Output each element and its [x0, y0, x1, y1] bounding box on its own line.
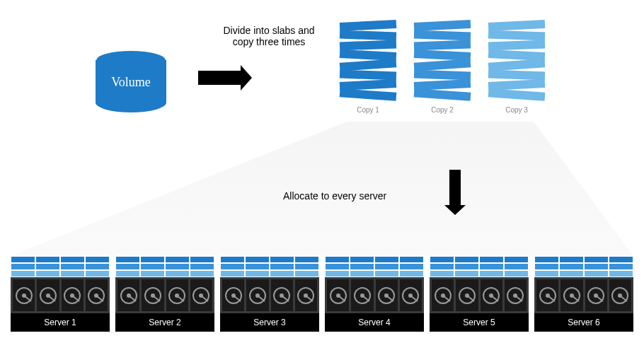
tiny-slab — [35, 256, 60, 263]
tiny-slab — [609, 263, 633, 270]
drive-icon — [86, 279, 108, 311]
tiny-slab — [85, 263, 110, 270]
server-label: Server 5 — [430, 313, 529, 332]
tiny-slab — [190, 270, 214, 277]
svg-line-8 — [48, 296, 55, 301]
slab-stack: Copy 3 — [488, 21, 545, 114]
tiny-slab — [270, 256, 294, 263]
server: Server 5 — [430, 256, 529, 332]
slab-row — [534, 256, 633, 263]
tiny-slab — [115, 270, 140, 277]
drive-icon — [536, 279, 558, 311]
tiny-slab — [35, 270, 60, 277]
tiny-slab — [60, 270, 85, 277]
tiny-slab — [350, 256, 374, 263]
slab — [488, 30, 545, 41]
drive-icon — [505, 279, 527, 311]
tiny-slab — [165, 256, 190, 263]
tiny-slab — [559, 263, 584, 270]
slab — [488, 70, 545, 81]
drive-icon — [166, 279, 188, 311]
svg-line-65 — [548, 296, 555, 301]
tiny-slab — [11, 263, 35, 270]
tiny-slab — [504, 270, 529, 277]
drive-icon — [117, 279, 139, 311]
tiny-slab — [374, 270, 399, 277]
arrow-divide — [198, 71, 241, 85]
drive-icon — [327, 279, 349, 311]
slab — [414, 30, 471, 41]
tiny-slab — [325, 270, 350, 277]
server: Server 2 — [115, 256, 214, 332]
slab-row — [11, 263, 110, 270]
drive-icon — [481, 279, 502, 311]
arrow-allocate — [449, 170, 461, 205]
drives-row — [325, 277, 424, 313]
server-slabs — [220, 256, 319, 277]
slab — [340, 70, 396, 81]
drive-icon — [295, 279, 317, 311]
drive-icon — [246, 279, 268, 311]
slab-row — [220, 263, 319, 270]
drive-icon — [376, 279, 398, 311]
drive-icon — [222, 279, 244, 311]
tiny-slab — [60, 256, 85, 263]
svg-line-17 — [129, 296, 136, 301]
tiny-slab — [220, 256, 245, 263]
tiny-slab — [220, 270, 245, 277]
slab-row — [11, 270, 110, 277]
server-label: Server 1 — [11, 313, 110, 332]
svg-line-62 — [515, 296, 522, 301]
tiny-slab — [270, 270, 294, 277]
tiny-slab — [294, 256, 319, 263]
copy-label: Copy 2 — [431, 106, 454, 114]
tiny-slab — [430, 263, 454, 270]
tiny-slab — [140, 263, 165, 270]
tiny-slab — [35, 263, 60, 270]
drive-icon — [142, 279, 163, 311]
svg-line-68 — [572, 296, 579, 301]
tiny-slab — [140, 256, 165, 263]
tiny-slab — [399, 256, 424, 263]
slab — [414, 40, 471, 51]
tiny-slab — [559, 256, 584, 263]
svg-line-38 — [306, 296, 313, 301]
tiny-slab — [60, 263, 85, 270]
svg-line-26 — [201, 296, 208, 301]
drive-icon — [13, 279, 35, 311]
tiny-slab — [504, 256, 529, 263]
slab — [414, 70, 471, 81]
slab — [488, 20, 546, 31]
drive-icon — [351, 279, 373, 311]
slab-copies-area: Copy 1Copy 2Copy 3 — [340, 21, 545, 114]
tiny-slab — [190, 263, 214, 270]
slab-row — [430, 263, 529, 270]
drives-row — [115, 277, 214, 313]
tiny-slab — [165, 263, 190, 270]
slab-stack: Copy 1 — [340, 21, 396, 114]
tiny-slab — [534, 270, 559, 277]
slab-row — [325, 270, 424, 277]
distribution-funnel — [11, 122, 633, 256]
svg-line-74 — [620, 296, 627, 301]
svg-line-56 — [467, 296, 474, 301]
tiny-slab — [374, 256, 399, 263]
drive-icon — [271, 279, 293, 311]
tiny-slab — [504, 263, 529, 270]
drive-icon — [190, 279, 212, 311]
svg-line-59 — [491, 296, 498, 301]
tiny-slab — [220, 263, 245, 270]
drive-icon — [585, 279, 607, 311]
tiny-slab — [430, 270, 454, 277]
tiny-slab — [454, 256, 479, 263]
tiny-slab — [190, 256, 214, 263]
tiny-slab — [140, 270, 165, 277]
server-slabs — [430, 256, 529, 277]
tiny-slab — [11, 270, 35, 277]
slab — [340, 40, 396, 51]
slab-row — [220, 270, 319, 277]
tiny-slab — [399, 263, 424, 270]
server-label: Server 6 — [534, 313, 633, 332]
server-slabs — [11, 256, 110, 277]
drive-icon — [400, 279, 422, 311]
